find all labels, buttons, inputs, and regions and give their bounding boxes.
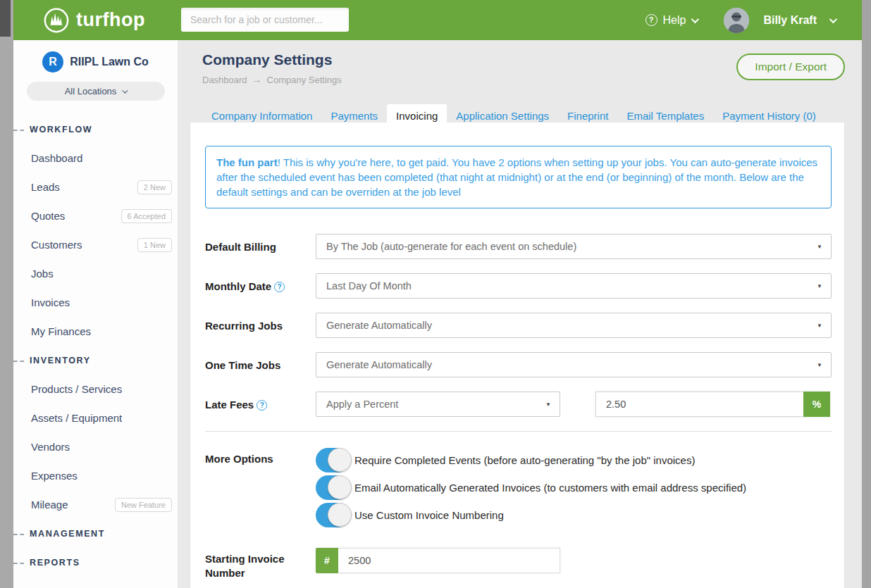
- chevron-down-icon: [123, 87, 128, 93]
- one-time-jobs-select[interactable]: Generate Automatically: [316, 352, 832, 377]
- starting-invoice-label: Starting Invoice Number: [205, 548, 316, 580]
- one-time-jobs-row: One Time Jobs Generate Automatically: [205, 352, 832, 377]
- section-dash-icon: [13, 130, 24, 131]
- brand-logo[interactable]: turfhop: [43, 7, 145, 34]
- sidebar-section-management[interactable]: MANAGEMENT: [13, 519, 178, 548]
- sidebar-item-leads[interactable]: Leads 2 New: [13, 173, 178, 201]
- breadcrumb-arrow-icon: →: [252, 74, 262, 85]
- monthly-date-select[interactable]: Last Day Of Month: [316, 273, 832, 299]
- sidebar-section-reports[interactable]: REPORTS: [13, 548, 178, 577]
- late-fee-amount-input[interactable]: [595, 392, 803, 417]
- help-label: Help: [663, 14, 686, 27]
- sidebar-item-expenses[interactable]: Expenses: [13, 461, 178, 490]
- help-question-icon: ?: [645, 14, 657, 26]
- global-search-input[interactable]: [181, 8, 349, 32]
- email-generated-invoices-label: Email Automatically Generated Invoices (…: [354, 482, 746, 494]
- vertical-scrollbar-track[interactable]: [862, 0, 871, 588]
- brand-name: turfhop: [76, 9, 145, 31]
- number-sign-addon: #: [316, 548, 338, 573]
- starting-invoice-group: #: [316, 548, 560, 573]
- section-divider: [205, 431, 832, 432]
- user-avatar[interactable]: [724, 8, 749, 33]
- info-banner: The fun part! This is why you're here, t…: [205, 146, 832, 208]
- monthly-date-row: Monthly Date? Last Day Of Month: [205, 273, 832, 299]
- location-selector[interactable]: All Locations: [27, 82, 165, 101]
- late-fees-label: Late Fees?: [205, 392, 316, 417]
- user-name: Billy Kraft: [763, 14, 817, 27]
- company-name: RIIPL Lawn Co: [70, 56, 149, 68]
- recurring-jobs-label: Recurring Jobs: [205, 313, 316, 338]
- leads-count-badge: 2 New: [137, 180, 172, 194]
- customers-count-badge: 1 New: [137, 238, 172, 252]
- recurring-jobs-select[interactable]: Generate Automatically: [316, 313, 832, 338]
- window-corner: [0, 0, 11, 37]
- section-dash-icon: [13, 563, 24, 564]
- sidebar-item-dashboard[interactable]: Dashboard: [13, 144, 178, 173]
- sidebar-section-workflow: WORKFLOW: [13, 115, 178, 144]
- late-fee-amount-group: %: [595, 392, 830, 417]
- percent-addon: %: [803, 392, 830, 417]
- sidebar-item-my-finances[interactable]: My Finances: [13, 317, 178, 346]
- starting-invoice-input[interactable]: [338, 548, 560, 573]
- default-billing-select[interactable]: By The Job (auto-generate for each event…: [316, 234, 832, 259]
- require-completed-events-label: Require Completed Events (before auto-ge…: [354, 454, 695, 466]
- section-dash-icon: [13, 361, 24, 362]
- import-export-button[interactable]: Import / Export: [736, 54, 845, 80]
- sidebar-item-invoices[interactable]: Invoices: [13, 288, 178, 317]
- custom-invoice-numbering-toggle[interactable]: [316, 503, 350, 527]
- quotes-count-badge: 6 Accepted: [121, 209, 172, 223]
- breadcrumb: Dashboard → Company Settings: [202, 74, 342, 85]
- one-time-jobs-label: One Time Jobs: [205, 352, 316, 377]
- new-feature-badge: New Feature: [115, 498, 172, 512]
- recurring-jobs-row: Recurring Jobs Generate Automatically: [205, 313, 832, 338]
- info-banner-body: ! This is why you're here, to get paid. …: [216, 156, 817, 198]
- default-billing-row: Default Billing By The Job (auto-generat…: [205, 234, 832, 259]
- company-switcher[interactable]: R RIIPL Lawn Co: [13, 51, 178, 73]
- company-logo: R: [42, 51, 63, 73]
- info-banner-lead: The fun part: [216, 156, 278, 168]
- late-fees-type-select[interactable]: Apply a Percent: [316, 392, 560, 417]
- location-selector-label: All Locations: [65, 86, 117, 96]
- main-content: Company Settings Dashboard → Company Set…: [178, 40, 862, 588]
- sidebar-item-assets-equipment[interactable]: Assets / Equipment: [13, 404, 178, 432]
- email-generated-invoices-toggle[interactable]: [316, 475, 350, 500]
- sidebar-item-vendors[interactable]: Vendors: [13, 432, 178, 461]
- toggle-knob: [328, 448, 352, 472]
- more-options-row: More Options Require Completed Events (b…: [205, 447, 832, 530]
- sidebar-item-customers[interactable]: Customers 1 New: [13, 230, 178, 259]
- sidebar-item-mileage[interactable]: Mileage New Feature: [13, 490, 178, 519]
- top-navigation-bar: turfhop ? Help Billy Kraft: [13, 0, 862, 40]
- custom-invoice-numbering-label: Use Custom Invoice Numbering: [354, 509, 504, 521]
- chevron-down-icon[interactable]: [829, 15, 837, 23]
- sidebar-menu: WORKFLOW Dashboard Leads 2 New Quotes 6 …: [13, 115, 178, 577]
- turfhop-grass-icon: [43, 7, 70, 34]
- sidebar-item-products-services[interactable]: Products / Services: [13, 375, 178, 404]
- breadcrumb-dashboard[interactable]: Dashboard: [202, 75, 247, 85]
- sidebar-item-quotes[interactable]: Quotes 6 Accepted: [13, 201, 178, 230]
- toggle-knob: [328, 475, 352, 499]
- late-fees-row: Late Fees? Apply a Percent %: [205, 392, 832, 417]
- toggle-knob: [328, 503, 352, 527]
- late-fees-help-icon[interactable]: ?: [257, 400, 267, 411]
- sidebar: R RIIPL Lawn Co All Locations WORKFLOW D…: [13, 40, 178, 588]
- breadcrumb-company-settings: Company Settings: [267, 75, 342, 85]
- invoicing-settings-panel: The fun part! This is why you're here, t…: [190, 123, 844, 588]
- monthly-date-help-icon[interactable]: ?: [274, 282, 285, 292]
- require-completed-events-toggle[interactable]: [316, 448, 350, 473]
- starting-invoice-row: Starting Invoice Number #: [205, 548, 832, 580]
- help-menu[interactable]: ? Help: [645, 14, 698, 27]
- sidebar-item-jobs[interactable]: Jobs: [13, 259, 178, 288]
- sidebar-section-inventory: INVENTORY: [13, 346, 178, 375]
- chevron-down-icon: [691, 15, 699, 23]
- monthly-date-label: Monthly Date?: [205, 273, 316, 299]
- more-options-label: More Options: [205, 447, 316, 530]
- app-frame: turfhop ? Help Billy Kraft: [13, 0, 862, 588]
- section-dash-icon: [13, 534, 24, 535]
- page-title: Company Settings: [202, 51, 332, 68]
- default-billing-label: Default Billing: [205, 234, 316, 259]
